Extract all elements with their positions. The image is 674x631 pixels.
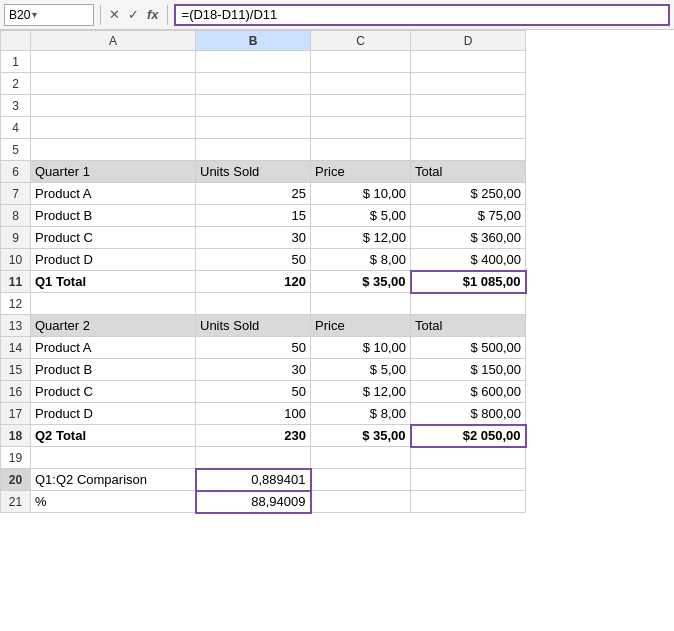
- cell-B4[interactable]: [196, 117, 311, 139]
- cell-D11[interactable]: $1 085,00: [411, 271, 526, 293]
- table-row: 3: [1, 95, 526, 117]
- cell-B20[interactable]: 0,889401: [196, 469, 311, 491]
- cell-D6[interactable]: Total: [411, 161, 526, 183]
- cell-D20[interactable]: [411, 469, 526, 491]
- confirm-icon[interactable]: ✓: [126, 7, 141, 22]
- cell-A4[interactable]: [31, 117, 196, 139]
- cell-C3[interactable]: [311, 95, 411, 117]
- cell-C19[interactable]: [311, 447, 411, 469]
- cell-C13[interactable]: Price: [311, 315, 411, 337]
- col-header-A[interactable]: A: [31, 31, 196, 51]
- cell-D13[interactable]: Total: [411, 315, 526, 337]
- cell-B21[interactable]: 88,94009: [196, 491, 311, 513]
- cell-D16[interactable]: $ 600,00: [411, 381, 526, 403]
- cell-B18[interactable]: 230: [196, 425, 311, 447]
- cell-B9[interactable]: 30: [196, 227, 311, 249]
- spreadsheet: A B C D 1 2 3: [0, 30, 527, 514]
- cell-C8[interactable]: $ 5,00: [311, 205, 411, 227]
- cell-A6[interactable]: Quarter 1: [31, 161, 196, 183]
- row-header-active: 20: [1, 469, 31, 491]
- cell-D8[interactable]: $ 75,00: [411, 205, 526, 227]
- cell-D3[interactable]: [411, 95, 526, 117]
- cell-A9[interactable]: Product C: [31, 227, 196, 249]
- cell-B10[interactable]: 50: [196, 249, 311, 271]
- cell-B12[interactable]: [196, 293, 311, 315]
- cell-D19[interactable]: [411, 447, 526, 469]
- cell-C2[interactable]: [311, 73, 411, 95]
- cell-C15[interactable]: $ 5,00: [311, 359, 411, 381]
- cell-B16[interactable]: 50: [196, 381, 311, 403]
- cell-B13[interactable]: Units Sold: [196, 315, 311, 337]
- cell-A7[interactable]: Product A: [31, 183, 196, 205]
- cell-A21[interactable]: %: [31, 491, 196, 513]
- cell-D7[interactable]: $ 250,00: [411, 183, 526, 205]
- cell-C1[interactable]: [311, 51, 411, 73]
- cell-C14[interactable]: $ 10,00: [311, 337, 411, 359]
- cell-C5[interactable]: [311, 139, 411, 161]
- cancel-icon[interactable]: ✕: [107, 7, 122, 22]
- cell-D5[interactable]: [411, 139, 526, 161]
- cell-A13[interactable]: Quarter 2: [31, 315, 196, 337]
- cell-D12[interactable]: [411, 293, 526, 315]
- cell-C6[interactable]: Price: [311, 161, 411, 183]
- cell-B11[interactable]: 120: [196, 271, 311, 293]
- cell-D17[interactable]: $ 800,00: [411, 403, 526, 425]
- cell-B2[interactable]: [196, 73, 311, 95]
- cell-C9[interactable]: $ 12,00: [311, 227, 411, 249]
- cell-A1[interactable]: [31, 51, 196, 73]
- cell-C11[interactable]: $ 35,00: [311, 271, 411, 293]
- cell-A2[interactable]: [31, 73, 196, 95]
- cell-A15[interactable]: Product B: [31, 359, 196, 381]
- col-header-C[interactable]: C: [311, 31, 411, 51]
- cell-B7[interactable]: 25: [196, 183, 311, 205]
- col-header-row: A B C D: [1, 31, 526, 51]
- cell-D1[interactable]: [411, 51, 526, 73]
- cell-C16[interactable]: $ 12,00: [311, 381, 411, 403]
- cell-B6[interactable]: Units Sold: [196, 161, 311, 183]
- cell-D21[interactable]: [411, 491, 526, 513]
- col-header-B[interactable]: B: [196, 31, 311, 51]
- cell-A12[interactable]: [31, 293, 196, 315]
- cell-A16[interactable]: Product C: [31, 381, 196, 403]
- cell-B14[interactable]: 50: [196, 337, 311, 359]
- cell-A18[interactable]: Q2 Total: [31, 425, 196, 447]
- sheet-container: A B C D 1 2 3: [0, 30, 674, 631]
- cell-D2[interactable]: [411, 73, 526, 95]
- formula-input[interactable]: [174, 4, 670, 26]
- cell-C7[interactable]: $ 10,00: [311, 183, 411, 205]
- cell-C17[interactable]: $ 8,00: [311, 403, 411, 425]
- cell-B15[interactable]: 30: [196, 359, 311, 381]
- cell-C20[interactable]: [311, 469, 411, 491]
- cell-A14[interactable]: Product A: [31, 337, 196, 359]
- table-row: 5: [1, 139, 526, 161]
- cell-B3[interactable]: [196, 95, 311, 117]
- cell-B8[interactable]: 15: [196, 205, 311, 227]
- cell-A19[interactable]: [31, 447, 196, 469]
- cell-D10[interactable]: $ 400,00: [411, 249, 526, 271]
- name-box-dropdown-icon[interactable]: ▾: [32, 9, 37, 20]
- cell-A3[interactable]: [31, 95, 196, 117]
- cell-D9[interactable]: $ 360,00: [411, 227, 526, 249]
- cell-C10[interactable]: $ 8,00: [311, 249, 411, 271]
- cell-D14[interactable]: $ 500,00: [411, 337, 526, 359]
- cell-A11[interactable]: Q1 Total: [31, 271, 196, 293]
- name-box[interactable]: B20 ▾: [4, 4, 94, 26]
- fx-icon[interactable]: fx: [145, 7, 161, 22]
- cell-C18[interactable]: $ 35,00: [311, 425, 411, 447]
- cell-D18[interactable]: $2 050,00: [411, 425, 526, 447]
- cell-A5[interactable]: [31, 139, 196, 161]
- cell-B1[interactable]: [196, 51, 311, 73]
- cell-B17[interactable]: 100: [196, 403, 311, 425]
- cell-A8[interactable]: Product B: [31, 205, 196, 227]
- cell-A17[interactable]: Product D: [31, 403, 196, 425]
- cell-B5[interactable]: [196, 139, 311, 161]
- col-header-D[interactable]: D: [411, 31, 526, 51]
- cell-C12[interactable]: [311, 293, 411, 315]
- cell-C4[interactable]: [311, 117, 411, 139]
- cell-B19[interactable]: [196, 447, 311, 469]
- cell-C21[interactable]: [311, 491, 411, 513]
- cell-D4[interactable]: [411, 117, 526, 139]
- cell-D15[interactable]: $ 150,00: [411, 359, 526, 381]
- cell-A20[interactable]: Q1:Q2 Comparison: [31, 469, 196, 491]
- cell-A10[interactable]: Product D: [31, 249, 196, 271]
